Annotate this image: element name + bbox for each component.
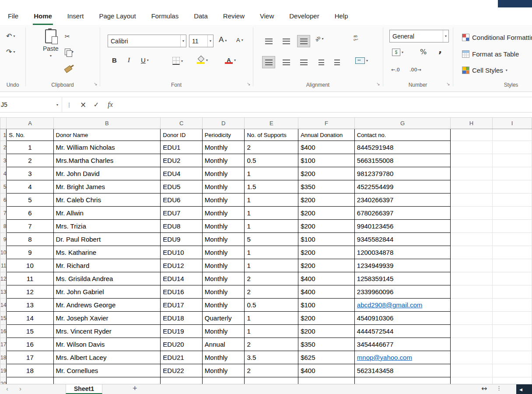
field-header-cell[interactable]: Donor ID	[161, 129, 203, 141]
cell-donor-name[interactable]: Mr. Richard	[53, 259, 161, 272]
cell-contact[interactable]: 9940123456	[354, 220, 450, 233]
cell-contact[interactable]: 2339960096	[354, 285, 450, 299]
field-header-cell[interactable]: Annual Donation	[298, 129, 355, 141]
cell[interactable]	[492, 207, 532, 220]
contact-link[interactable]: mnop@yahoo.com	[357, 354, 412, 361]
cell[interactable]	[451, 312, 493, 325]
cell-donation[interactable]: $200	[298, 193, 355, 207]
cell-contact[interactable]: 1200034878	[354, 246, 450, 259]
cell-contact[interactable]: abcd2908@gmail.com	[354, 299, 450, 312]
cell[interactable]	[161, 377, 203, 384]
row-header[interactable]: 1	[0, 129, 7, 141]
menu-tab-help[interactable]: Help	[334, 10, 349, 25]
cell-supports[interactable]: 2	[245, 285, 298, 299]
orientation-button[interactable]: ab ▾	[315, 36, 324, 41]
column-header-a[interactable]: A	[7, 118, 53, 129]
cell-contact[interactable]: 4444572544	[354, 325, 450, 338]
cell-donor-name[interactable]: Mr. John Gabriel	[53, 285, 161, 299]
field-header-cell[interactable]: Donor Name	[53, 129, 161, 141]
cell-sno[interactable]: 13	[7, 299, 53, 312]
cell[interactable]	[492, 338, 532, 351]
cell-donor-name[interactable]: Mr. Joseph Xavier	[53, 312, 161, 325]
cell[interactable]	[451, 364, 493, 377]
cell-supports[interactable]: 1	[245, 259, 298, 272]
row-header[interactable]: 13	[0, 285, 7, 299]
new-sheet-button[interactable]: +	[133, 384, 137, 393]
cell[interactable]	[451, 338, 493, 351]
font-size-combobox[interactable]: 11 ▾	[189, 35, 214, 47]
cell-donor-name[interactable]: Mr. John David	[53, 167, 161, 180]
cell-sno[interactable]: 14	[7, 312, 53, 325]
decrease-indent-button[interactable]	[315, 56, 327, 68]
cell-donation[interactable]: $100	[298, 299, 355, 312]
cell-supports[interactable]: 1	[245, 220, 298, 233]
cell[interactable]	[202, 377, 245, 384]
cell-donor-id[interactable]: EDU4	[161, 167, 203, 180]
cell-donation[interactable]: $625	[298, 351, 355, 364]
cell-donor-id[interactable]: EDU7	[161, 207, 203, 220]
prev-sheet-button[interactable]: ‹	[6, 385, 8, 392]
increase-font-size-button[interactable]: A ▴	[219, 35, 227, 44]
cell-sno[interactable]: 4	[7, 180, 53, 193]
cell-contact[interactable]: 5663155008	[354, 154, 450, 167]
cell[interactable]	[492, 233, 532, 246]
align-middle-button[interactable]	[280, 35, 292, 47]
cell[interactable]	[451, 220, 493, 233]
cell-contact[interactable]: 9345582844	[354, 233, 450, 246]
cell[interactable]	[53, 377, 161, 384]
cell[interactable]	[451, 141, 493, 154]
cell-sno[interactable]: 2	[7, 154, 53, 167]
cell-sno[interactable]: 9	[7, 246, 53, 259]
cell[interactable]	[492, 325, 532, 338]
column-header-b[interactable]: B	[53, 118, 161, 129]
conditional-formatting-button[interactable]: Conditional Formatting	[462, 34, 532, 41]
cell-periodicity[interactable]: Monthly	[202, 325, 245, 338]
tab-bar-more-button[interactable]: ⋮	[496, 385, 502, 391]
row-header[interactable]: 5	[0, 180, 7, 193]
format-as-table-button[interactable]: Format as Table	[462, 50, 519, 58]
paste-button[interactable]: Paste ▾	[43, 29, 59, 58]
cell[interactable]	[451, 325, 493, 338]
cell[interactable]	[451, 299, 493, 312]
cell-periodicity[interactable]: Monthly	[202, 246, 245, 259]
menu-tab-review[interactable]: Review	[222, 10, 245, 25]
percent-style-button[interactable]: %	[420, 48, 427, 56]
cell-periodicity[interactable]: Monthly	[202, 285, 245, 299]
cell[interactable]	[451, 285, 493, 299]
cell-contact[interactable]: 2340266397	[354, 193, 450, 207]
field-header-cell[interactable]: Contact no.	[354, 129, 450, 141]
cell-donor-id[interactable]: EDU12	[161, 259, 203, 272]
cell[interactable]	[245, 377, 298, 384]
cell-sno[interactable]: 16	[7, 338, 53, 351]
cell-sno[interactable]: 6	[7, 207, 53, 220]
cell-donation[interactable]: $200	[298, 246, 355, 259]
align-right-button[interactable]	[298, 56, 310, 68]
undo-button[interactable]: ↶ ▾	[6, 32, 15, 40]
cell-donation[interactable]: $200	[298, 207, 355, 220]
cell-periodicity[interactable]: Monthly	[202, 180, 245, 193]
row-header[interactable]: 11	[0, 259, 7, 272]
cut-button[interactable]: ✂	[65, 33, 70, 40]
cell-supports[interactable]: 1	[245, 193, 298, 207]
cell-periodicity[interactable]: Monthly	[202, 154, 245, 167]
cell-supports[interactable]: 0.5	[245, 299, 298, 312]
cell-donor-name[interactable]: Mr. Caleb Chris	[53, 193, 161, 207]
cell-donor-id[interactable]: EDU19	[161, 325, 203, 338]
cell[interactable]	[451, 272, 493, 285]
cell-periodicity[interactable]: Quarterly	[202, 312, 245, 325]
cell[interactable]	[492, 259, 532, 272]
cell-donor-name[interactable]: Mr. Andrews George	[53, 299, 161, 312]
increase-indent-button[interactable]	[331, 56, 343, 68]
cell[interactable]	[354, 377, 450, 384]
cell-donor-id[interactable]: EDU8	[161, 220, 203, 233]
cell[interactable]	[451, 207, 493, 220]
row-header[interactable]: 6	[0, 193, 7, 207]
cell[interactable]	[492, 272, 532, 285]
cell-donor-name[interactable]: Mr. Cornellues	[53, 364, 161, 377]
column-header-e[interactable]: E	[245, 118, 298, 129]
menu-tab-view[interactable]: View	[259, 10, 275, 25]
cell-periodicity[interactable]: Monthly	[202, 364, 245, 377]
row-header[interactable]: 9	[0, 233, 7, 246]
cell[interactable]	[492, 193, 532, 207]
cell-sno[interactable]: 15	[7, 325, 53, 338]
